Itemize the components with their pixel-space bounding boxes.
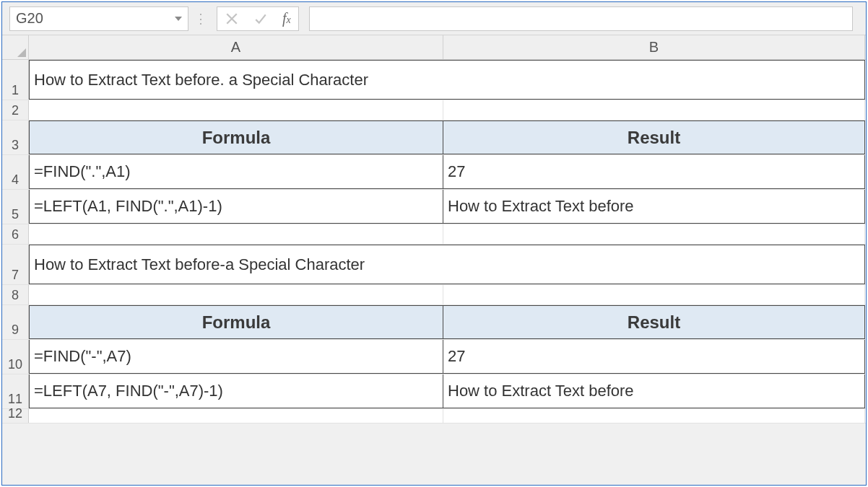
table-row: 10 =FIND("-",A7) 27 (2, 340, 866, 374)
drag-handle-icon[interactable]: ⋮ (194, 11, 207, 27)
column-headers: A B (2, 35, 866, 60)
cancel-icon (225, 12, 239, 26)
row-header[interactable]: 3 (2, 120, 29, 154)
table-row: 6 (2, 224, 866, 245)
table-row: 7 How to Extract Text before-a Special C… (2, 245, 866, 285)
cell[interactable] (443, 285, 865, 304)
row-header[interactable]: 10 (2, 340, 29, 374)
excel-window: G20 ⋮ fx A B 1 How to Extract Text befor… (1, 1, 867, 486)
table-row: 8 (2, 285, 866, 305)
cell-A11[interactable]: =LEFT(A7, FIND("-",A7)-1) (29, 374, 443, 408)
header-result[interactable]: Result (443, 120, 865, 154)
table-row: 1 How to Extract Text before. a Special … (2, 60, 866, 100)
cell-B4[interactable]: 27 (443, 155, 865, 189)
cell-B5[interactable]: How to Extract Text before (443, 190, 865, 224)
select-all-corner[interactable] (2, 35, 29, 59)
cell-A1-merged[interactable]: How to Extract Text before. a Special Ch… (29, 60, 865, 100)
table-row: 11 =LEFT(A7, FIND("-",A7)-1) How to Extr… (2, 374, 866, 409)
row-header[interactable]: 1 (2, 60, 29, 100)
table-row: 9 Formula Result (2, 305, 866, 340)
table-row: 12 (2, 409, 866, 424)
row-header[interactable]: 4 (2, 155, 29, 189)
row-header[interactable]: 8 (2, 285, 29, 304)
row-header[interactable]: 2 (2, 100, 29, 120)
row-header[interactable]: 11 (2, 374, 29, 408)
row-header[interactable]: 5 (2, 190, 29, 224)
cell[interactable] (29, 224, 443, 244)
cell-B10[interactable]: 27 (443, 340, 865, 374)
row-header[interactable]: 12 (2, 409, 29, 423)
cell-B11[interactable]: How to Extract Text before (443, 374, 865, 408)
worksheet-grid: A B 1 How to Extract Text before. a Spec… (2, 35, 866, 424)
header-formula-2[interactable]: Formula (29, 305, 443, 339)
cell[interactable] (443, 224, 865, 244)
cell[interactable] (443, 100, 865, 120)
cell[interactable] (443, 409, 865, 423)
column-header-B[interactable]: B (443, 35, 865, 59)
row-header[interactable]: 7 (2, 245, 29, 284)
cell-A4[interactable]: =FIND(".",A1) (29, 155, 443, 189)
formula-bar-row: G20 ⋮ fx (2, 2, 866, 35)
name-box[interactable]: G20 (9, 6, 188, 31)
cell[interactable] (29, 285, 443, 304)
cell-A5[interactable]: =LEFT(A1, FIND(".",A1)-1) (29, 190, 443, 224)
header-formula[interactable]: Formula (29, 120, 443, 154)
table-row: 4 =FIND(".",A1) 27 (2, 155, 866, 190)
chevron-down-icon[interactable] (175, 17, 182, 21)
table-row: 5 =LEFT(A1, FIND(".",A1)-1) How to Extra… (2, 190, 866, 224)
enter-check-icon (253, 12, 268, 26)
row-header[interactable]: 6 (2, 224, 29, 244)
row-header[interactable]: 9 (2, 305, 29, 339)
header-result-2[interactable]: Result (443, 305, 865, 339)
cell-A10[interactable]: =FIND("-",A7) (29, 340, 443, 374)
cell-A7-merged[interactable]: How to Extract Text before-a Special Cha… (29, 245, 865, 284)
formula-toolbar: fx (217, 6, 299, 31)
table-row: 3 Formula Result (2, 120, 866, 155)
cell[interactable] (29, 100, 443, 120)
column-header-A[interactable]: A (29, 35, 443, 59)
fx-icon[interactable]: fx (282, 10, 291, 27)
cell[interactable] (29, 409, 443, 423)
formula-input[interactable] (309, 6, 853, 31)
name-box-value: G20 (16, 10, 175, 27)
table-row: 2 (2, 100, 866, 120)
